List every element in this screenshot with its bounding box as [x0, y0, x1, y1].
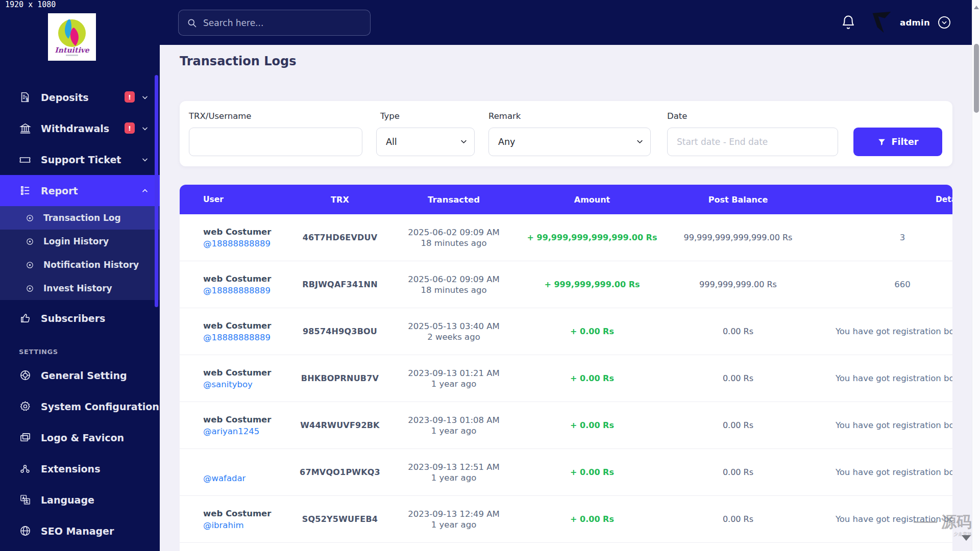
scrollbar-thumb[interactable] — [974, 44, 979, 113]
chevron-down-icon — [141, 156, 149, 163]
search-input[interactable] — [203, 18, 362, 28]
detail-text: 3 — [805, 233, 952, 242]
post-balance-value: 999,999,999.00 Rs — [671, 280, 805, 289]
sidebar-item-subscribers[interactable]: Subscribers — [0, 303, 160, 334]
column-header-trx: TRX — [286, 195, 394, 205]
sidebar-item-label: Language — [41, 494, 94, 506]
report-list-icon — [19, 185, 31, 196]
down-arrow-icon — [962, 535, 971, 541]
sidebar-subitem-invest-history[interactable]: Invest History — [0, 277, 160, 300]
intuitive-logo-icon: Intuitive — [52, 16, 92, 58]
filter-card: TRX/Username Type Remark Date All Any — [180, 101, 952, 166]
transacted-date: 2023-09-13 01:21 AM — [394, 368, 513, 379]
transacted-date: 2025-06-02 09:09 AM — [394, 274, 513, 285]
transacted-ago: 18 minutes ago — [394, 285, 513, 295]
trx-username-label: TRX/Username — [189, 111, 252, 121]
username-link[interactable]: @ibrahim — [203, 519, 244, 531]
trx-code: W44RWUVF92BK — [286, 420, 394, 430]
sidebar-subitem-login-history[interactable]: Login History — [0, 230, 160, 253]
trx-code: RBJWQAF341NN — [286, 280, 394, 289]
sidebar-item-label: General Setting — [41, 370, 127, 381]
username-link[interactable]: @wafadar — [203, 472, 246, 484]
transacted-ago: 2 weeks ago — [394, 332, 513, 342]
remark-select[interactable]: Any — [488, 128, 651, 156]
sidebar-item-general-setting[interactable]: General Setting — [0, 360, 160, 391]
sidebar: 980 x 551 Intuitive $ Deposits ! — [0, 0, 160, 551]
sidebar-subitem-label: Notification History — [43, 260, 139, 270]
detail-text: 660 — [805, 280, 952, 289]
column-header-user: User — [180, 195, 286, 204]
username-link[interactable]: @18888888889 — [203, 238, 271, 249]
sidebar-item-label: Report — [41, 185, 78, 196]
amount-value: + 999,999,999.00 Rs — [513, 280, 671, 289]
sidebar-nav: $ Deposits ! Withdrawals ! — [0, 82, 160, 546]
deposit-file-icon: $ — [19, 91, 31, 103]
admin-avatar-mark-icon — [870, 11, 893, 34]
sidebar-item-label: System Configuration — [41, 401, 159, 412]
post-balance-value: 0.00 Rs — [671, 373, 805, 383]
transacted-date: 2025-05-13 03:40 AM — [394, 321, 513, 332]
report-submenu: Transaction Log Login History Notificati… — [0, 206, 160, 300]
brand-logo[interactable]: Intuitive — [48, 13, 96, 61]
sidebar-item-label: Logo & Favicon — [41, 432, 124, 443]
user-fullname: web Costumer — [203, 414, 286, 425]
scroll-up-arrow-icon[interactable] — [974, 6, 979, 9]
sidebar-item-label: Deposits — [41, 92, 89, 103]
username-link[interactable]: @ariyan1245 — [203, 425, 259, 437]
notifications-button[interactable] — [841, 15, 856, 30]
translate-icon — [19, 494, 31, 506]
transacted-ago: 18 minutes ago — [394, 238, 513, 248]
app-root: 980 x 551 Intuitive $ Deposits ! — [0, 0, 980, 551]
user-fullname: web Costumer — [203, 273, 286, 285]
sidebar-item-support-ticket[interactable]: Support Ticket — [0, 144, 160, 175]
sidebar-item-seo-manager[interactable]: SEO Manager — [0, 515, 160, 546]
amount-value: + 0.00 Rs — [513, 420, 671, 430]
trx-username-input[interactable] — [189, 128, 362, 156]
filter-button-label: Filter — [892, 137, 919, 147]
page-scrollbar[interactable] — [972, 0, 980, 551]
amount-value: + 99,999,999,999,999.00 Rs — [513, 233, 671, 242]
sidebar-item-deposits[interactable]: $ Deposits ! — [0, 82, 160, 113]
trx-code: BHKBOPRNUB7V — [286, 373, 394, 383]
table-header-row: User TRX Transacted Amount Post Balance … — [180, 185, 952, 214]
bank-icon — [19, 122, 31, 134]
sidebar-item-system-configuration[interactable]: System Configuration — [0, 391, 160, 422]
thumbs-up-icon — [19, 312, 31, 324]
sidebar-item-report[interactable]: Report — [0, 175, 160, 206]
amount-value: + 0.00 Rs — [513, 373, 671, 383]
detail-text: You have got registration bonus — [805, 420, 952, 430]
sidebar-item-label: Subscribers — [41, 313, 105, 324]
date-range-input[interactable] — [667, 128, 838, 156]
type-select[interactable]: All — [376, 128, 475, 156]
resolution-label: 980 x 551 — [5, 0, 56, 9]
sidebar-item-logo-favicon[interactable]: Logo & Favicon — [0, 422, 160, 453]
remark-label: Remark — [488, 111, 521, 121]
sidebar-item-withdrawals[interactable]: Withdrawals ! — [0, 113, 160, 144]
bell-icon — [841, 15, 856, 30]
filter-button[interactable]: Filter — [853, 128, 942, 156]
sidebar-item-extensions[interactable]: Extensions — [0, 453, 160, 484]
username-link[interactable]: @sanityboy — [203, 379, 253, 390]
user-fullname: web Costumer — [203, 320, 286, 332]
admin-menu[interactable]: admin — [870, 11, 951, 34]
amount-value: + 0.00 Rs — [513, 467, 671, 477]
circle-dot-icon — [26, 284, 34, 293]
sidebar-item-label: Support Ticket — [41, 154, 121, 165]
post-balance-value: 0.00 Rs — [671, 420, 805, 430]
trx-code: SQ52Y5WUFEB4 — [286, 514, 394, 524]
transacted-date: 2023-09-13 01:08 AM — [394, 415, 513, 425]
column-header-post-balance: Post Balance — [671, 195, 805, 205]
globe-icon — [19, 525, 31, 537]
sidebar-subitem-notification-history[interactable]: Notification History — [0, 253, 160, 277]
search-icon — [187, 18, 197, 28]
withdrawals-alert-badge: ! — [125, 122, 135, 134]
username-link[interactable]: @18888888889 — [203, 285, 271, 296]
sidebar-scrollbar-thumb[interactable] — [155, 75, 158, 307]
sidebar-item-language[interactable]: Language — [0, 484, 160, 515]
table-row: web Costumer@ibrahim SQ52Y5WUFEB4 2023-0… — [180, 496, 952, 543]
sidebar-subitem-transaction-log[interactable]: Transaction Log — [0, 206, 160, 230]
post-balance-value: 0.00 Rs — [671, 514, 805, 524]
column-header-amount: Amount — [513, 195, 671, 205]
gear-icon — [19, 400, 31, 412]
username-link[interactable]: @18888888889 — [203, 332, 271, 343]
